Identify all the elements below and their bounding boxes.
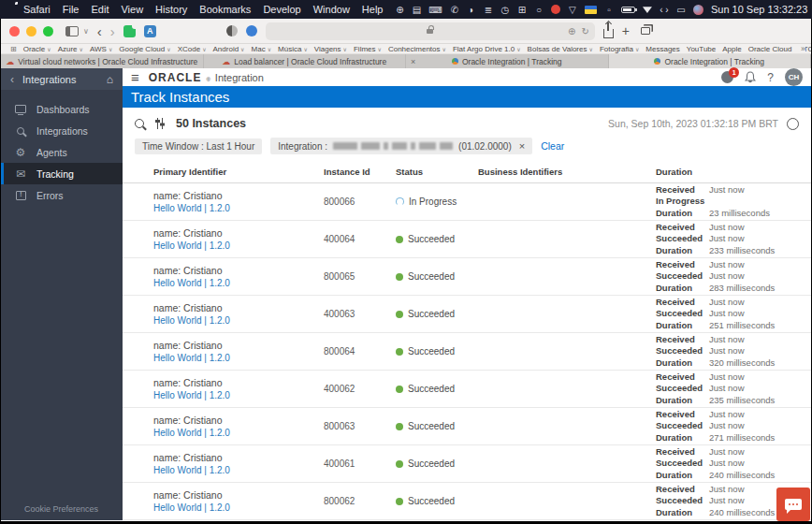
announcements-icon[interactable]: 1 — [721, 71, 733, 83]
bookmark-item[interactable]: Apple — [722, 45, 741, 53]
search-icon[interactable] — [135, 119, 144, 128]
integration-link[interactable]: Hello World | 1.2.0 — [153, 240, 324, 251]
display-icon[interactable]: ▤ — [412, 5, 421, 15]
bookmark-item[interactable]: Viagens ∨ — [314, 45, 347, 53]
hamburger-menu-icon[interactable]: ≡ — [131, 70, 139, 84]
bookmark-item[interactable]: Flat Argo Drive 1.0 ∨ — [453, 45, 521, 53]
refresh-icon[interactable] — [787, 118, 799, 130]
new-tab-button[interactable]: + — [622, 24, 630, 37]
bookmark-item[interactable]: Oracle Cloud — [748, 45, 792, 53]
bookmark-item[interactable]: Música ∨ — [278, 45, 308, 53]
bookmark-item[interactable]: XCode ∨ — [178, 45, 207, 53]
envelope[interactable]: ✉ Tracking — [1, 163, 123, 184]
menubar-menu[interactable]: View — [121, 4, 143, 15]
battery-icon[interactable] — [621, 7, 635, 13]
browser-tab[interactable]: Oracle Integration | Tracking — [609, 54, 812, 68]
menubar-menu[interactable]: File — [63, 4, 80, 15]
forward-button[interactable]: › — [110, 24, 115, 38]
gear[interactable]: ⚙ Agents — [1, 141, 123, 163]
integration-link[interactable]: Hello World | 1.2.0 — [153, 203, 324, 213]
menubar-clock[interactable]: Sun 10 Sep 13:32:23 — [711, 4, 807, 15]
filter-sliders-icon[interactable] — [154, 118, 166, 129]
feedback-chat-button[interactable] — [776, 488, 810, 521]
spotlight-search-icon[interactable]: ○ — [534, 5, 544, 15]
integration-link[interactable]: Hello World | 1.2.0 — [153, 465, 324, 475]
notification-red-icon[interactable] — [551, 5, 560, 14]
time-window-chip[interactable]: Time Window : Last 1 Hour — [135, 138, 262, 154]
back-button[interactable]: ‹ — [97, 24, 102, 38]
menubar-menu[interactable]: Bookmarks — [199, 4, 251, 15]
cookie-preferences-link[interactable]: Cookie Preferences — [1, 504, 123, 520]
bookmark-item[interactable]: Bolsas de Valores ∨ — [528, 45, 593, 53]
menubar-menu[interactable]: Window — [313, 4, 350, 15]
grid-icon[interactable]: ⊞ — [517, 5, 527, 15]
integration-link[interactable]: Hello World | 1.2.0 — [153, 353, 324, 363]
share-icon[interactable] — [603, 29, 614, 38]
bookmark-item[interactable]: Azure ∨ — [58, 45, 83, 53]
minimize-window-button[interactable] — [26, 26, 36, 36]
help-icon[interactable]: ? — [767, 71, 774, 84]
bookmark-item[interactable]: Mac ∨ — [252, 45, 272, 53]
home-icon[interactable]: ⌂ — [107, 73, 113, 86]
sidebar-toggle-icon[interactable] — [65, 26, 79, 36]
evernote-extension-icon[interactable] — [123, 25, 136, 37]
bell-icon[interactable] — [745, 71, 756, 83]
wifi-icon[interactable] — [643, 6, 652, 13]
reload-icon[interactable]: ↻ — [581, 26, 588, 36]
favorites-grid-icon[interactable]: ⊞ — [10, 45, 17, 53]
integration-filter-chip[interactable]: Integration : (01.02.0000) × — [270, 138, 532, 154]
tab-close-icon[interactable]: × — [411, 57, 415, 66]
extension-icon[interactable] — [246, 25, 257, 36]
prev-next-icon[interactable]: ‹ › — [660, 5, 669, 15]
tab-overview-icon[interactable] — [641, 27, 650, 35]
globe-icon[interactable]: ⊕ — [395, 5, 404, 15]
remove-filter-icon[interactable]: × — [519, 140, 525, 152]
address-bar[interactable]: ⊕ ↻ — [266, 22, 595, 40]
bookmark-item[interactable]: AWS ∨ — [90, 45, 112, 53]
siri-icon[interactable] — [693, 5, 703, 15]
back-chevron-icon[interactable]: ‹ — [10, 73, 14, 86]
user-avatar[interactable]: CH — [785, 68, 803, 86]
evernote-icon[interactable]: ◗ — [467, 5, 476, 15]
integration-link[interactable]: Hello World | 1.2.0 — [153, 315, 324, 326]
bookmark-item[interactable]: Fotografia ∨ — [600, 45, 639, 53]
bookmark-item[interactable]: Android ∨ — [213, 45, 245, 53]
browser-tab[interactable]: Virtual cloud networks | Oracle Cloud In… — [1, 54, 204, 68]
keyboard-icon[interactable]: ⌨ — [428, 5, 442, 15]
close-window-button[interactable] — [9, 26, 20, 36]
integration-link[interactable]: Hello World | 1.2.0 — [153, 502, 324, 513]
onedrive-icon[interactable]: ▽ — [568, 5, 577, 15]
menubar-menu[interactable]: Safari — [23, 4, 51, 15]
bookmark-item[interactable]: YouTube — [687, 45, 716, 53]
integration-link[interactable]: Hello World | 1.2.0 — [153, 428, 324, 438]
ukraine-flag-icon[interactable] — [585, 6, 597, 14]
browser-tab[interactable]: × Oracle Integration | Tracking — [406, 54, 609, 68]
errorbox[interactable]: Errors — [1, 184, 123, 206]
stack-icon[interactable]: ≣ — [484, 5, 493, 15]
screen-mirroring-icon[interactable]: ▭ — [676, 5, 686, 15]
monitor[interactable]: Dashboards — [1, 98, 123, 120]
bookmark-item[interactable]: Google Cloud ∨ — [119, 45, 170, 53]
privacy-shield-icon[interactable] — [226, 25, 238, 36]
bookmarks-overflow-icon[interactable]: » — [797, 44, 805, 53]
translate-page-icon[interactable]: ⊕ — [568, 26, 575, 36]
clock-icon[interactable]: ◷ — [500, 5, 510, 15]
zoom-window-button[interactable] — [43, 26, 53, 36]
search[interactable]: Integrations — [1, 120, 123, 141]
bookmark-item[interactable]: Filmes ∨ — [354, 45, 382, 53]
clear-filters-link[interactable]: Clear — [541, 140, 564, 152]
menubar-menu[interactable]: Develop — [263, 4, 300, 15]
integration-link[interactable]: Hello World | 1.2.0 — [153, 278, 324, 288]
bookmark-item[interactable]: Messages — [645, 45, 679, 53]
bookmark-item[interactable]: Conhecimentos ∨ — [388, 45, 446, 53]
bookmark-item[interactable]: Oracle ∨ — [23, 45, 51, 53]
menubar-menu[interactable]: Edit — [91, 4, 109, 15]
menubar-menu[interactable]: Help — [362, 4, 384, 15]
translate-extension-icon[interactable] — [144, 25, 156, 37]
browser-tab[interactable]: Load balancer | Oracle Cloud Infrastruct… — [204, 54, 407, 68]
chat-icon[interactable]: ✆ — [450, 5, 459, 15]
spacer-icon[interactable]: ▫ — [604, 5, 614, 15]
sidebar-chevron-icon[interactable]: ∨ — [83, 27, 89, 36]
menubar-menu[interactable]: History — [155, 4, 187, 15]
integration-link[interactable]: Hello World | 1.2.0 — [153, 390, 324, 400]
